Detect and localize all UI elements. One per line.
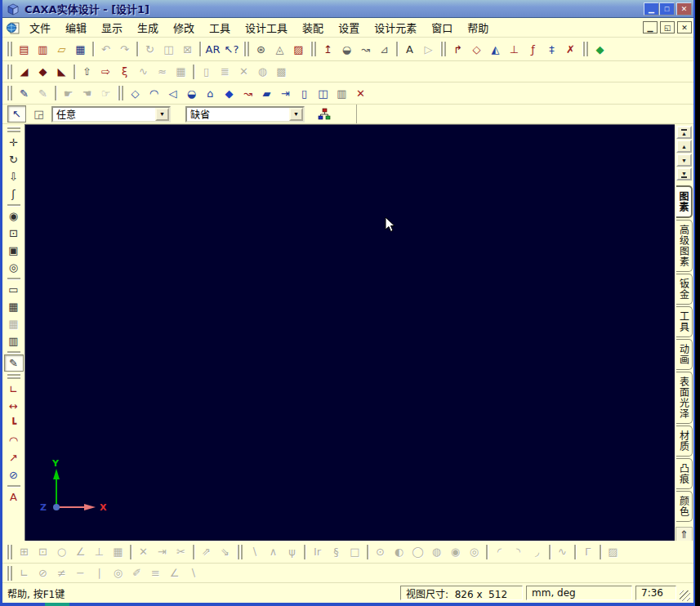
mirror-tool-button[interactable]: ◭	[486, 41, 505, 58]
open-file-button[interactable]: ▱	[52, 41, 71, 58]
catalog-scroll-down-button[interactable]: ▼	[676, 154, 692, 167]
shade-tool-button[interactable]: ◍	[253, 63, 272, 80]
smart-render-button[interactable]: ◬	[270, 41, 289, 58]
toolbar-grip[interactable]	[7, 127, 20, 132]
extend-element-button[interactable]: ⇥	[153, 543, 172, 560]
spiral-tool-button[interactable]: §	[327, 543, 346, 560]
save-file-button[interactable]: ▦	[71, 41, 90, 58]
menu-file[interactable]: 文件	[22, 17, 58, 38]
tangent-line-button[interactable]: ∧	[264, 543, 283, 560]
text-wizard-button[interactable]: A	[400, 41, 419, 58]
pan-view-button[interactable]: ✛	[4, 134, 24, 151]
toolbar-grip[interactable]	[582, 42, 588, 56]
view-normal-button[interactable]: ▭	[4, 281, 24, 298]
sweep-feature-button[interactable]: ◣	[52, 63, 71, 80]
delete-body-button[interactable]: ✕	[351, 85, 370, 102]
dim-radius-button[interactable]: ↗	[4, 449, 24, 466]
equation-tool-button[interactable]: ƒ	[524, 41, 542, 58]
circle-center-button[interactable]: ⊙	[371, 543, 390, 560]
stretch-box-button[interactable]: ⊡	[33, 543, 52, 560]
document-minimize-button[interactable]: ▁	[643, 21, 658, 33]
tab-material[interactable]: 材质	[676, 426, 693, 457]
menu-edit[interactable]: 编辑	[58, 17, 94, 38]
delete-element-button[interactable]: ✕	[134, 543, 153, 560]
solid-box-button[interactable]: ◆	[220, 85, 239, 102]
tab-animation[interactable]: 动画	[676, 339, 693, 370]
new-drawing-button[interactable]: ▥	[33, 41, 52, 58]
circle-2pt-button[interactable]: ◯	[408, 543, 427, 560]
select-region-button[interactable]: ◲	[29, 105, 48, 123]
zoom-view-button[interactable]: ⇩	[4, 168, 24, 185]
lock-part-button[interactable]: ⊠	[178, 41, 197, 58]
rectangle-tool-button[interactable]: □	[346, 543, 364, 560]
concentric-constraint-button[interactable]: ◎	[109, 564, 127, 581]
design-canvas[interactable]: Y X Z	[25, 124, 675, 541]
line-tool-button[interactable]: ∖	[245, 543, 264, 560]
slant-surface-button[interactable]: ▰	[257, 85, 276, 102]
sketch-wizard-button[interactable]: ▷	[419, 41, 438, 58]
surface-feature-2-button[interactable]: ≈	[153, 63, 172, 80]
arc-3pt-button[interactable]: ◝	[509, 543, 528, 560]
split-tool-button[interactable]: ✕	[234, 63, 253, 80]
toolbar-grip[interactable]	[237, 545, 243, 559]
catalog-scroll-first-button[interactable]: ▲	[676, 126, 692, 139]
spring-feature-button[interactable]: ξ	[115, 63, 134, 80]
menu-assembly[interactable]: 装配	[295, 17, 331, 38]
extract-geometry-button[interactable]: ⇥	[276, 85, 295, 102]
drag-handle-2-button[interactable]: ☚	[78, 85, 96, 102]
window-minimize-button[interactable]: ▁	[644, 2, 659, 16]
menu-window[interactable]: 窗口	[424, 17, 460, 38]
fix-constraint-button[interactable]: ✐	[127, 564, 146, 581]
menu-help[interactable]: 帮助	[460, 17, 496, 38]
move-profile-button[interactable]: ⊥	[90, 543, 109, 560]
wire-box-button[interactable]: ◇	[126, 85, 145, 102]
window-resize-grip[interactable]	[680, 590, 690, 601]
dim-text-button[interactable]: A	[4, 488, 24, 506]
toolbar-grip[interactable]	[7, 566, 12, 581]
camera-capture-button[interactable]: ▦	[4, 315, 24, 332]
mirror-body-button[interactable]: ◫	[314, 85, 332, 102]
toolbar-grip[interactable]	[243, 42, 249, 56]
menu-modify[interactable]: 修改	[166, 17, 202, 38]
new-sheet-button[interactable]: ▯	[197, 63, 216, 80]
bend-tool-button[interactable]: ↱	[448, 41, 467, 58]
corner-tool-button[interactable]: Γ	[578, 543, 597, 560]
tab-sheet-metal[interactable]: 钣金	[676, 274, 693, 305]
tab-advanced-primitives[interactable]: 高级图素	[676, 220, 693, 272]
tab-color[interactable]: 颜色	[676, 491, 693, 522]
render-mode-button[interactable]: ✎	[4, 354, 24, 372]
copy-multiple-button[interactable]: ◫	[159, 41, 178, 58]
menu-settings[interactable]: 设置	[331, 17, 367, 38]
find-button[interactable]: AR	[203, 41, 222, 58]
surface-feature-1-button[interactable]: ∿	[134, 63, 153, 80]
menu-generate[interactable]: 生成	[130, 17, 166, 38]
drag-handle-1-button[interactable]: ☛	[59, 85, 78, 102]
angle-constraint-button[interactable]: ∠	[165, 564, 184, 581]
sketch-3d-button[interactable]: ✎	[33, 85, 52, 102]
smart-dimension-button[interactable]: ‡	[542, 41, 561, 58]
sketch-2d-button[interactable]: ✎	[15, 85, 33, 102]
camera-view-button[interactable]: ▦	[4, 298, 24, 315]
draft-feature-button[interactable]: ⇨	[96, 63, 115, 80]
rotate-sketch-button[interactable]: ○	[52, 543, 71, 560]
zoom-tool-button[interactable]: ◉	[4, 207, 24, 225]
wire-profile-button[interactable]: ⌂	[201, 85, 220, 102]
horizontal-constraint-button[interactable]: −	[71, 564, 90, 581]
tab-primitives[interactable]: 图素	[676, 185, 693, 218]
render-style-dropdown-button[interactable]: ▼	[289, 108, 303, 121]
extrude-wizard-button[interactable]: ↥	[319, 41, 337, 58]
menu-tools[interactable]: 工具	[202, 17, 238, 38]
render-options-button[interactable]: ⊛	[252, 41, 270, 58]
guide-curve-button[interactable]: ↝	[239, 85, 257, 102]
toolbar-grip[interactable]	[440, 42, 446, 56]
toolbar-grip[interactable]	[310, 42, 316, 56]
drag-handle-3-button[interactable]: ☞	[96, 85, 115, 102]
circle-diameter-button[interactable]: ◐	[390, 543, 408, 560]
pattern-tool-button[interactable]: ▩	[272, 63, 291, 80]
spline-tool-button[interactable]: ∿	[553, 543, 572, 560]
undo-button[interactable]: ↶	[96, 41, 115, 58]
stamp-feature-button[interactable]: ⇧	[78, 63, 96, 80]
wire-cylinder-button[interactable]: ◠	[145, 85, 163, 102]
toolbar-grip[interactable]	[7, 373, 20, 379]
project-curve-1-button[interactable]: ⇗	[197, 543, 216, 560]
